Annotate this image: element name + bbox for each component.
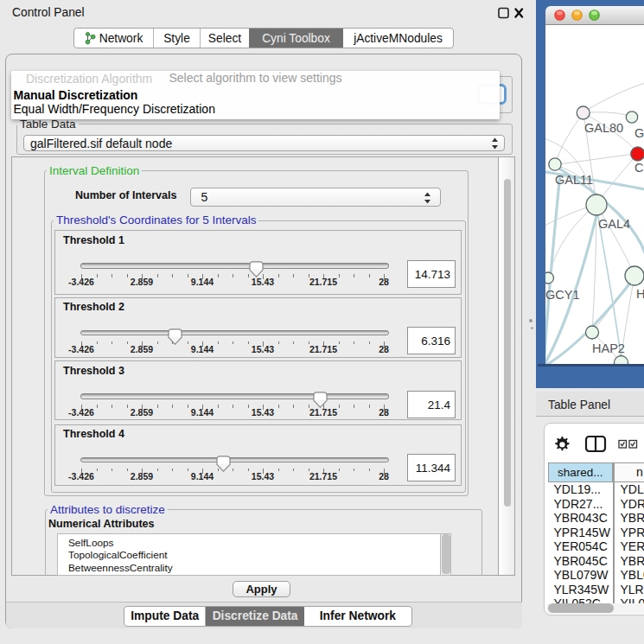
svg-text:C: C [634,160,643,174]
svg-text:GA: GA [634,125,644,139]
svg-text:H: H [636,286,644,300]
svg-text:GAL11: GAL11 [555,173,593,187]
svg-text:GAL80: GAL80 [584,120,623,134]
svg-text:HAP2: HAP2 [592,341,625,354]
svg-text:GCY1: GCY1 [545,288,580,302]
svg-text:GAL4: GAL4 [598,217,630,231]
